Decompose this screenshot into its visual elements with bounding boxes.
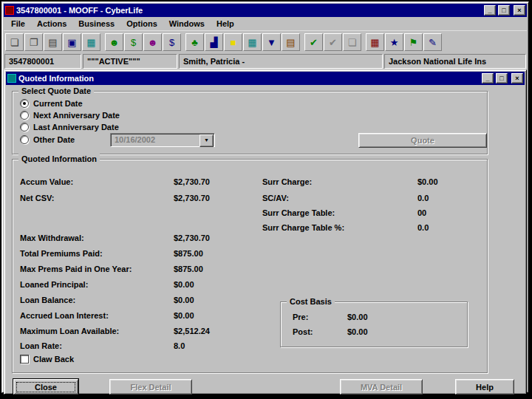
field-value: 0.0	[417, 223, 429, 232]
help-button[interactable]: Help	[455, 379, 514, 395]
radio-unselected-icon	[20, 123, 29, 132]
radio-other-date-label: Other Date	[33, 135, 75, 144]
ledger-icon: ▤	[286, 37, 295, 48]
toolbar-button-new-document[interactable]: ❏	[5, 33, 24, 51]
menu-options[interactable]: Options	[120, 18, 163, 30]
field-loaned-principal: Loaned Principal: $0.00	[20, 280, 434, 291]
dialog-minimize-button[interactable]: _	[482, 73, 494, 83]
field-value: $2,730.70	[174, 233, 210, 242]
toolbar-button-tree[interactable]: ♣	[185, 33, 204, 51]
toolbar-button-approve[interactable]: ✔	[324, 33, 342, 51]
toolbar-button-currency[interactable]: $	[163, 33, 181, 51]
main-titlebar[interactable]: 3547800001 - MOOFF - CyberLife _ □ ×	[4, 4, 527, 17]
field-value: $0.00	[174, 311, 194, 320]
toolbar-button-archive[interactable]: ❏	[343, 33, 361, 51]
field-value: 0.0	[417, 194, 429, 202]
funnel-icon: ▼	[267, 37, 276, 48]
other-date-dropdown[interactable]: 10/16/2002 ▼	[110, 133, 215, 147]
field-value: $875.00	[174, 265, 203, 273]
quote-button[interactable]: Quote	[358, 133, 487, 148]
copy-document-icon: ❐	[30, 37, 38, 48]
menu-windows[interactable]: Windows	[163, 18, 211, 30]
toolbar-button-premium[interactable]: $	[124, 33, 143, 51]
radio-current-date[interactable]: Current Date	[20, 98, 83, 109]
quoted-information-window: Quoted Information _ □ × Select Quote Da…	[4, 69, 527, 395]
field-label: Surr Charge Table:	[262, 208, 335, 217]
field-value: $0.00	[347, 327, 368, 336]
toolbar-button-validate[interactable]: ✔	[304, 33, 323, 51]
toolbar-button-grid[interactable]: ▦	[82, 33, 100, 51]
claw-back-checkbox-row[interactable]: Claw Back	[20, 354, 74, 364]
field-value: 00	[417, 208, 426, 217]
radio-current-date-label: Current Date	[33, 99, 83, 108]
new-document-icon: ❏	[10, 37, 19, 48]
maximize-button[interactable]: □	[498, 5, 510, 16]
toolbar-button-calendar[interactable]: ▦	[366, 33, 384, 51]
menu-help[interactable]: Help	[211, 18, 240, 30]
dialog-maximize-button[interactable]: □	[496, 73, 508, 83]
field-value: 8.0	[174, 341, 185, 350]
field-value: $875.00	[174, 249, 203, 258]
field-label: Pre:	[293, 313, 308, 321]
radio-next-anniversary-label: Next Anniversary Date	[33, 111, 120, 120]
radio-last-anniversary-date[interactable]: Last Anniversary Date	[20, 122, 119, 132]
field-value: $2,730.70	[174, 194, 210, 202]
field-label: Max Withdrawal:	[20, 233, 84, 242]
field-max-prems-one-year: Max Prems Paid in One Year: $875.00	[20, 265, 434, 276]
company-panel: Jackson National Life Ins	[384, 54, 526, 69]
field-surr-charge-table: Surr Charge Table: 00	[262, 208, 484, 219]
properties-icon: ▣	[67, 37, 76, 48]
field-value: $2,512.24	[174, 327, 210, 335]
toolbar-button-funnel[interactable]: ▼	[262, 33, 281, 51]
toolbar-button-notes[interactable]: ✎	[423, 33, 442, 51]
clients-icon: ☻	[109, 37, 120, 48]
organization-icon: ▦	[248, 37, 256, 48]
close-window-button[interactable]: ×	[514, 5, 525, 16]
client-name: Smith, Patricia -	[183, 57, 245, 66]
radio-next-anniversary-date[interactable]: Next Anniversary Date	[20, 110, 120, 120]
policy-number-panel: 3547800001	[4, 54, 81, 69]
toolbar-button-eagle[interactable]: ★	[385, 33, 403, 51]
toolbar-button-organization[interactable]: ▦	[243, 33, 262, 51]
field-total-premiums-paid: Total Premiums Paid: $875.00	[20, 249, 434, 260]
radio-selected-icon	[20, 99, 29, 108]
field-value: $2,730.70	[174, 177, 210, 186]
toolbar-button-ledger[interactable]: ▤	[282, 33, 300, 51]
mva-detail-button[interactable]: MVA Detail	[340, 379, 423, 395]
menu-actions[interactable]: Actions	[31, 18, 72, 30]
quoted-information-group: Quoted Information Accum Value: $2,730.7…	[12, 159, 488, 373]
minimize-button[interactable]: _	[484, 5, 496, 16]
dialog-titlebar[interactable]: Quoted Information _ □ ×	[6, 72, 525, 85]
radio-other-date[interactable]: Other Date	[20, 134, 75, 145]
quoted-information-icon	[7, 74, 16, 83]
toolbar: ❏ ❐ ▤ ▣ ▦ ☻ $ ☻ $ ♣ ▟ ■ ▦ ▼ ▤ ✔ ✔ ❏ ▦ ★ …	[4, 30, 527, 53]
close-button-label: Close	[16, 382, 75, 392]
field-label: Loaned Principal:	[20, 280, 88, 289]
field-value: $0.00	[417, 177, 438, 186]
toolbar-button-chart[interactable]: ▟	[205, 33, 223, 51]
menu-business[interactable]: Business	[72, 18, 120, 30]
toolbar-button-clients[interactable]: ☻	[105, 33, 123, 51]
record-bar: 3547800001 """ACTIVE""" Smith, Patricia …	[4, 53, 527, 69]
field-label: Post:	[293, 327, 313, 336]
flex-detail-button[interactable]: Flex Detail	[109, 379, 192, 395]
chart-icon: ▟	[211, 37, 218, 48]
menu-file[interactable]: File	[5, 18, 31, 30]
toolbar-button-flag[interactable]: ⚑	[404, 33, 423, 51]
toolbar-button-properties[interactable]: ▣	[63, 33, 81, 51]
other-date-value: 10/16/2002	[111, 134, 214, 146]
field-value: $0.00	[347, 313, 368, 321]
toolbar-button-copy-document[interactable]: ❐	[24, 33, 43, 51]
company-name: Jackson National Life Ins	[389, 57, 486, 66]
status-badge: """ACTIVE"""	[87, 57, 140, 66]
toolbar-button-parties[interactable]: ☻	[143, 33, 162, 51]
field-label: SC/AV:	[262, 194, 289, 202]
close-button[interactable]: Close	[13, 379, 78, 395]
calendar-icon: ▦	[370, 37, 379, 48]
toolbar-button-note[interactable]: ■	[224, 33, 242, 51]
currency-icon: $	[169, 37, 174, 48]
toolbar-button-print[interactable]: ▤	[44, 33, 62, 51]
claw-back-label: Claw Back	[33, 355, 74, 364]
dialog-close-button[interactable]: ×	[511, 73, 523, 83]
field-label: Loan Balance:	[20, 296, 75, 304]
